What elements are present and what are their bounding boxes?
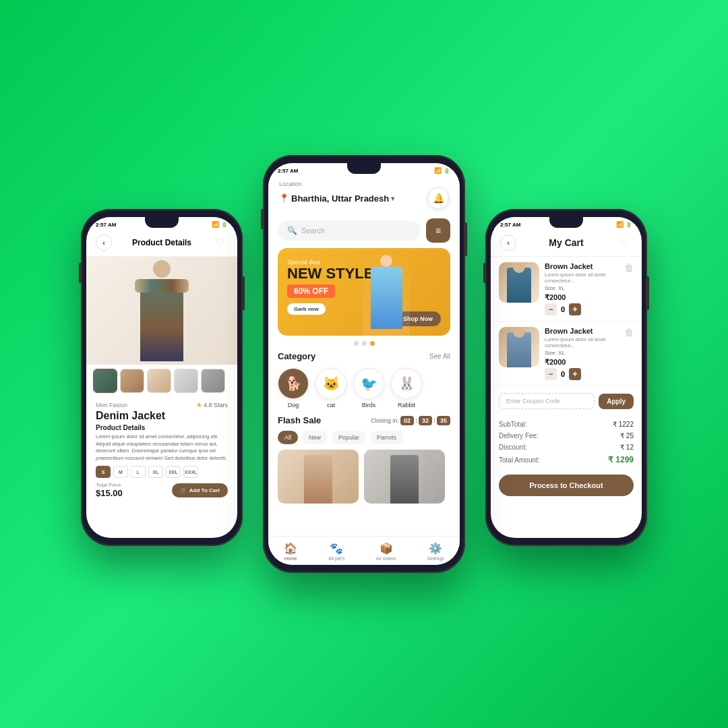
size-xxxl[interactable]: XXXL: [183, 466, 198, 478]
product-details-section: Product Details: [96, 424, 228, 431]
cart-item-1-price: ₹2000: [545, 293, 619, 302]
banner: Special deal NEW STYLE 60% OFF Garb now …: [278, 248, 450, 336]
cart-item-2-price: ₹2000: [545, 358, 619, 367]
qty-2-plus[interactable]: +: [569, 368, 581, 380]
filter-button[interactable]: ≡: [426, 218, 450, 243]
dot-2[interactable]: [362, 341, 367, 346]
bottom-nav: 🏠 Home 🐾 All pet's 📦 All orders ⚙️ Setti…: [268, 536, 460, 565]
category-section-header: Category See All: [268, 348, 460, 364]
nav-orders[interactable]: 📦 All orders: [376, 542, 396, 561]
favorite-button[interactable]: ♡: [212, 235, 228, 251]
rabbit-circle: 🐰: [391, 368, 422, 399]
settings-icon: ⚙️: [429, 542, 442, 555]
qty-2-minus[interactable]: −: [545, 368, 557, 380]
notch-left: [145, 217, 179, 228]
home-icon: 🏠: [284, 542, 297, 555]
discount-row: Discount: ₹ 12: [499, 442, 634, 453]
discount-label: Discount:: [499, 444, 527, 451]
thumb-1[interactable]: [93, 369, 117, 393]
search-icon: 🔍: [287, 226, 297, 235]
tab-popular[interactable]: Popular: [332, 431, 366, 444]
apply-button[interactable]: Apply: [599, 394, 634, 409]
price-section: Total Price $15.00: [96, 482, 123, 498]
tab-new[interactable]: New: [302, 431, 328, 444]
left-screen: 2:57 AM 📶 🔋 ‹ Product Details ♡: [86, 217, 237, 538]
search-box[interactable]: 🔍 Search: [278, 220, 421, 241]
cart-item-2-name: Brown Jacket: [545, 327, 619, 335]
category-rabbit[interactable]: 🐰 Rabbit: [391, 368, 422, 408]
size-xl[interactable]: XL: [148, 466, 163, 478]
delivery-value: ₹ 25: [620, 432, 634, 439]
banner-model: [363, 248, 410, 336]
status-icons-right: 📶 🔋: [616, 221, 632, 228]
flash-sale-title: Flash Sale: [278, 415, 321, 425]
thumb-2[interactable]: [120, 369, 144, 393]
cart-item-2-info: Brown Jacket Lorem ipsum dolor sit amet …: [545, 327, 619, 380]
chevron-down-icon: ▾: [391, 195, 394, 202]
cart-item-1-delete[interactable]: 🗑: [624, 262, 634, 273]
cart-item-2-image: [499, 327, 539, 367]
size-l[interactable]: L: [131, 466, 146, 478]
time-left: 2:57 AM: [96, 222, 116, 228]
card-heart-2[interactable]: ♡: [433, 454, 441, 463]
cart-back-button[interactable]: ‹: [500, 235, 516, 251]
notification-button[interactable]: 🔔: [427, 187, 449, 209]
rabbit-label: Rabbit: [398, 402, 415, 408]
star-icon: ★: [196, 401, 202, 408]
cart-favorite-button[interactable]: ♡: [616, 235, 632, 251]
banner-garb-button[interactable]: Garb now: [287, 303, 326, 315]
product-card-1[interactable]: ♡: [278, 450, 359, 504]
card-figure-1: [304, 455, 332, 504]
product-cards: ♡ ♡: [268, 447, 460, 506]
coupon-input[interactable]: Enter Coupon Code: [499, 393, 595, 409]
category-cat[interactable]: 🐱 cat: [315, 368, 346, 408]
phone-right: 2:57 AM 📶 🔋 ‹ My Cart ♡ Brown Jacket Lor…: [485, 209, 647, 546]
back-button[interactable]: ‹: [96, 235, 112, 251]
add-to-cart-button[interactable]: 🛒 Add To Cart: [172, 483, 228, 497]
product-name: Denim Jacket: [96, 410, 228, 422]
thumb-5[interactable]: [201, 369, 225, 393]
total-label: Total Amount:: [499, 456, 540, 464]
checkout-button[interactable]: Process to Checkout: [499, 475, 634, 496]
qty-1-minus[interactable]: −: [545, 303, 557, 315]
nav-home-label: Home: [284, 556, 297, 561]
discount-value: ₹ 12: [620, 444, 634, 451]
cart-item-2-delete[interactable]: 🗑: [624, 327, 634, 338]
nav-settings[interactable]: ⚙️ Settings: [427, 542, 444, 561]
cart-item-2-desc: Lorem ipsum dolor sit amet consectetur..…: [545, 336, 619, 348]
delivery-label: Delivery Fee:: [499, 432, 539, 439]
status-icons-center: 📶 🔋: [434, 167, 450, 174]
coupon-section: Enter Coupon Code Apply: [491, 386, 642, 416]
size-s[interactable]: S: [96, 466, 111, 478]
center-header: Location 📍 Bharthia, Uttar Pradesh ▾ 🔔: [268, 175, 460, 213]
cart-item-2-qty: − 0 +: [545, 368, 619, 380]
product-description: Lorem ipsum dolor sit amet consectetur, …: [96, 433, 228, 462]
nav-pets[interactable]: 🐾 All pet's: [328, 542, 344, 561]
product-card-2[interactable]: ♡: [364, 450, 445, 504]
product-info: Men Fasion ★ 4.8 Stars Denim Jacket Prod…: [86, 397, 237, 502]
subtotal-label: SubTotal:: [499, 421, 527, 428]
nav-home[interactable]: 🏠 Home: [284, 542, 297, 561]
cart-item-1-qty: − 0 +: [545, 303, 619, 315]
see-all-link[interactable]: See All: [429, 353, 450, 360]
cat-circle: 🐱: [315, 368, 346, 399]
qty-1-plus[interactable]: +: [569, 303, 581, 315]
thumb-4[interactable]: [174, 369, 198, 393]
size-xxl[interactable]: XXL: [166, 466, 181, 478]
phone-left: 2:57 AM 📶 🔋 ‹ Product Details ♡: [81, 209, 243, 546]
total-value: ₹ 1299: [608, 455, 634, 464]
birds-label: Birds: [362, 402, 376, 408]
category-dog[interactable]: 🐕 Dog: [278, 368, 309, 408]
category-birds[interactable]: 🐦 Birds: [353, 368, 384, 408]
banner-figure: [368, 255, 405, 329]
location-pin-icon: 📍: [279, 193, 289, 203]
cart-item-1: Brown Jacket Lorem ipsum dolor sit amet …: [491, 257, 642, 322]
card-heart-1[interactable]: ♡: [347, 454, 355, 463]
thumb-3[interactable]: [147, 369, 171, 393]
dot-1[interactable]: [354, 341, 359, 346]
dot-3-active[interactable]: [370, 341, 375, 346]
tab-parrots[interactable]: Parrots: [370, 431, 403, 444]
price-value: $15.00: [96, 488, 123, 498]
size-m[interactable]: M: [113, 466, 128, 478]
tab-all[interactable]: All: [278, 431, 298, 444]
